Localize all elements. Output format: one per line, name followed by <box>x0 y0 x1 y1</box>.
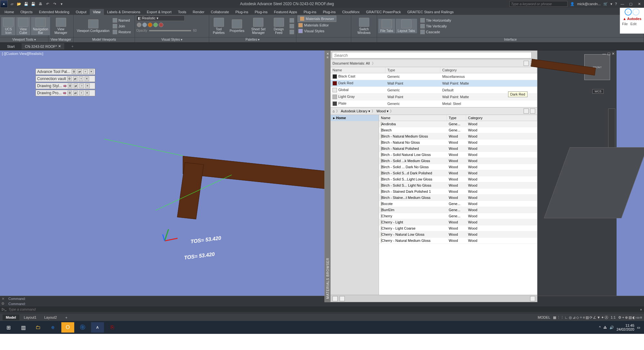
filtering-icon[interactable]: ▼ <box>597 315 600 319</box>
view-grid-icon[interactable] <box>524 108 529 114</box>
material-row[interactable]: PlateGenericMetal: Steel <box>331 100 537 107</box>
grid-icon[interactable]: ▦ <box>553 315 556 320</box>
wcs-indicator[interactable]: WCS <box>592 89 604 94</box>
secondary-viewport[interactable]: — ▢ ✕ FRONT WCS <box>537 50 617 296</box>
viewport-config-button[interactable]: Viewport Configuration <box>75 19 111 33</box>
qat-undo-icon[interactable]: ↶ <box>45 1 50 7</box>
doc-materials-crumb[interactable]: Document Materials: All〉 <box>331 60 537 67</box>
swatch-icon[interactable] <box>142 23 147 27</box>
file-menu[interactable]: File <box>622 22 628 26</box>
scale-readout[interactable]: 1:1 <box>609 315 618 319</box>
materials-editor-button[interactable]: Materials Editor <box>298 23 329 28</box>
start-button[interactable]: ⊞ <box>2 322 15 333</box>
plus-icon[interactable]: + <box>79 77 83 81</box>
switch-windows-button[interactable]: Switch Windows <box>353 17 375 35</box>
viewport-label[interactable]: [-][Custom View][Realistic] <box>2 52 43 56</box>
library-material-row[interactable]: CherryGene...Wood <box>379 213 537 219</box>
command-expand-icon[interactable]: ▴ <box>640 307 642 311</box>
library-material-row[interactable]: Birch - Natural Medium GlossWoodWood <box>379 133 537 139</box>
library-material-row[interactable]: Birch - Natural No GlossWoodWood <box>379 139 537 146</box>
material-row[interactable]: Light GrayWall PaintWall Paint: Matte <box>331 94 537 100</box>
library-material-row[interactable]: Birch - Stained Dark Polished 1WoodWood <box>379 189 537 195</box>
osnap-icon[interactable]: ◇ <box>576 315 579 320</box>
color-swatches[interactable] <box>136 22 164 28</box>
tray-volume-icon[interactable]: 🔊 <box>609 325 614 329</box>
library-material-row[interactable]: AndirobaGene...Wood <box>379 121 537 127</box>
close-icon[interactable]: ✕ <box>85 84 90 88</box>
swatch-icon[interactable] <box>137 23 141 27</box>
tile-vert-button[interactable]: Tile Vertically <box>420 24 452 29</box>
explorer-icon[interactable]: 🗀 <box>32 322 45 333</box>
advance-steel-icon[interactable]: A <box>91 322 104 333</box>
arrow-icon[interactable]: ⇄ <box>73 91 78 95</box>
viewport-close-icon[interactable]: ✕ <box>612 52 615 56</box>
plus-icon[interactable]: + <box>83 69 88 74</box>
acrobat-icon[interactable]: ⎘ <box>106 322 119 333</box>
materials-browser-handle[interactable]: ✕ ≡ MATERIALS BROWSER <box>325 51 331 302</box>
plus-icon[interactable]: + <box>622 315 624 319</box>
gizmo-icon[interactable]: ✦ <box>601 315 604 320</box>
help-icon[interactable]: ? <box>615 2 617 6</box>
view-cube-button[interactable]: View Cube <box>16 17 30 35</box>
worldview-icon[interactable]: ⊕ <box>625 315 628 320</box>
cmd-options-icon[interactable]: ⚙ <box>1 302 5 306</box>
material-row[interactable]: GlobalGenericDefault <box>331 87 537 94</box>
tab-stairs[interactable]: GRAITEC Stairs and Railings <box>404 9 457 15</box>
qat-saveas-icon[interactable]: 💾 <box>30 1 36 7</box>
tray-network-icon[interactable]: 🖧 <box>603 325 607 329</box>
layout-2[interactable]: Layout2 <box>41 314 60 320</box>
cmd-close-icon[interactable]: ✕ <box>2 297 5 301</box>
library-material-row[interactable]: Cherry - Natural Medium GlossWoodWood <box>379 238 537 244</box>
isolate-icon[interactable]: ◐ <box>632 315 636 320</box>
properties-button[interactable]: Properties <box>228 19 246 33</box>
3dosnap-icon[interactable]: ✧ <box>579 315 582 320</box>
tab-plugins4[interactable]: Plug-ins <box>320 9 339 15</box>
system-clock[interactable]: ^ 🖧 🔊 11:45 24/02/2020 ▭ <box>599 324 642 331</box>
back-icon[interactable]: ← <box>625 8 632 15</box>
palette-small-icon[interactable] <box>289 29 295 35</box>
polar-icon[interactable]: ◎ <box>569 315 572 320</box>
join-button[interactable]: Join <box>112 24 132 29</box>
tab-collaborate[interactable]: Collaborate <box>208 9 232 15</box>
tab-plugins2[interactable]: Plug-ins <box>251 9 271 15</box>
transparency-icon[interactable]: ▨ <box>586 315 589 320</box>
gear-icon[interactable]: ⚙ <box>68 84 72 88</box>
design-feed-button[interactable]: Design Feed <box>271 17 287 35</box>
materials-search-input[interactable] <box>332 52 532 58</box>
hardware-icon[interactable]: ▧ <box>629 315 632 320</box>
tab-plugins1[interactable]: Plug-ins <box>232 9 251 15</box>
minimize-button[interactable]: — <box>619 1 625 7</box>
libcol-category[interactable]: Category <box>466 115 537 121</box>
library-settings-icon[interactable] <box>340 296 345 301</box>
tab-view[interactable]: View <box>90 9 104 15</box>
start-tab[interactable]: Start <box>4 44 18 49</box>
tray-notifications-icon[interactable]: ▭ <box>637 325 640 329</box>
qat-plot-icon[interactable]: 🖶 <box>37 1 43 7</box>
plus-icon[interactable]: + <box>79 84 84 88</box>
arrow-icon[interactable]: ⇄ <box>77 69 82 74</box>
tree-home[interactable]: ▸ Home <box>331 115 379 121</box>
library-material-row[interactable]: Cherry - Natural Low GlossWoodWood <box>379 232 537 238</box>
taskview-icon[interactable]: ▥ <box>17 322 30 333</box>
arrow-icon[interactable]: ⇄ <box>73 77 77 81</box>
ie-icon[interactable]: ⓔ <box>76 322 89 333</box>
view-grid-icon[interactable] <box>524 61 529 66</box>
tab-export[interactable]: Export & Import <box>144 9 175 15</box>
col-category[interactable]: Category <box>440 67 537 73</box>
close-icon[interactable]: ✕ <box>85 91 89 95</box>
tile-horiz-button[interactable]: Tile Horizontally <box>420 18 452 23</box>
panel-visual-styles[interactable]: Visual Styles ▾ <box>135 37 209 42</box>
visual-style-dropdown[interactable]: ◧ Realistic ▾ <box>136 15 185 21</box>
panel-palettes[interactable]: Palettes ▾ <box>209 37 296 42</box>
cleanscreen-icon[interactable]: ▭ <box>636 315 639 320</box>
swatch-icon[interactable] <box>159 23 163 27</box>
tab-featured[interactable]: Featured Apps <box>271 9 301 15</box>
user-name[interactable]: mick@candn... <box>577 2 601 6</box>
add-layout-button[interactable]: ＋ <box>61 314 71 321</box>
library-material-row[interactable]: Birch - Natural PolishedWoodWood <box>379 146 537 152</box>
annoscale-icon[interactable]: Ⓐ <box>605 315 608 320</box>
restore-button[interactable]: Restore <box>112 29 132 35</box>
libcol-name[interactable]: Name <box>379 115 447 121</box>
tab-tools[interactable]: Tools <box>175 9 189 15</box>
tab-powerpack[interactable]: GRAITEC PowerPack <box>363 9 404 15</box>
